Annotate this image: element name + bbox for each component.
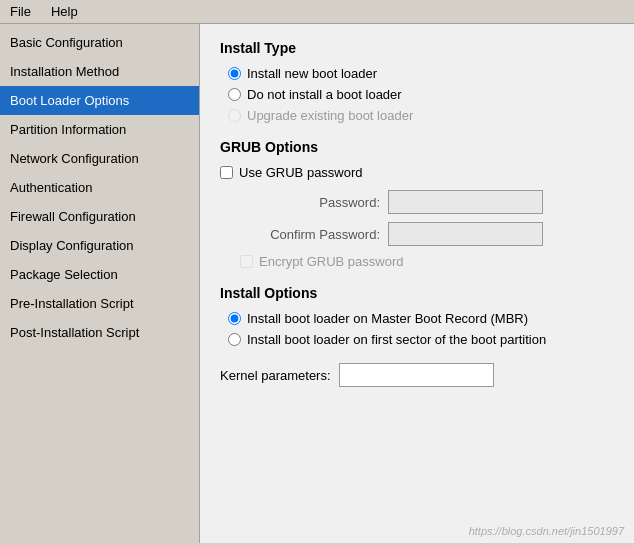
radio-first-sector-input[interactable] [228, 333, 241, 346]
sidebar-item-basic-configuration[interactable]: Basic Configuration [0, 28, 199, 57]
use-grub-password-checkbox[interactable] [220, 166, 233, 179]
watermark: https://blog.csdn.net/jin1501997 [469, 525, 624, 537]
grub-options-section: GRUB Options Use GRUB password Password:… [220, 139, 614, 269]
sidebar-item-package-selection[interactable]: Package Selection [0, 260, 199, 289]
radio-upgrade-existing-input [228, 109, 241, 122]
encrypt-grub-label: Encrypt GRUB password [259, 254, 404, 269]
sidebar-item-boot-loader-options[interactable]: Boot Loader Options [0, 86, 199, 115]
sidebar-item-authentication[interactable]: Authentication [0, 173, 199, 202]
use-grub-password-label: Use GRUB password [239, 165, 363, 180]
radio-upgrade-existing-label: Upgrade existing boot loader [247, 108, 413, 123]
sidebar-item-firewall-configuration[interactable]: Firewall Configuration [0, 202, 199, 231]
install-location-radio-group: Install boot loader on Master Boot Recor… [228, 311, 614, 347]
install-type-title: Install Type [220, 40, 614, 56]
encrypt-grub-row: Encrypt GRUB password [240, 254, 614, 269]
kernel-parameters-label: Kernel parameters: [220, 368, 331, 383]
install-options-title: Install Options [220, 285, 614, 301]
sidebar-item-partition-information[interactable]: Partition Information [0, 115, 199, 144]
password-input[interactable] [388, 190, 543, 214]
password-row: Password: [240, 190, 614, 214]
radio-mbr-label: Install boot loader on Master Boot Recor… [247, 311, 528, 326]
kernel-parameters-row: Kernel parameters: [220, 363, 614, 387]
radio-mbr-input[interactable] [228, 312, 241, 325]
radio-install-new-label: Install new boot loader [247, 66, 377, 81]
use-grub-password-row: Use GRUB password [220, 165, 614, 180]
radio-install-new[interactable]: Install new boot loader [228, 66, 614, 81]
menubar: File Help [0, 0, 634, 24]
radio-install-new-input[interactable] [228, 67, 241, 80]
radio-do-not-install-input[interactable] [228, 88, 241, 101]
main-container: Basic Configuration Installation Method … [0, 24, 634, 543]
radio-do-not-install-label: Do not install a boot loader [247, 87, 402, 102]
grub-options-title: GRUB Options [220, 139, 614, 155]
install-type-radio-group: Install new boot loader Do not install a… [228, 66, 614, 123]
sidebar-item-display-configuration[interactable]: Display Configuration [0, 231, 199, 260]
radio-do-not-install[interactable]: Do not install a boot loader [228, 87, 614, 102]
radio-first-sector-label: Install boot loader on first sector of t… [247, 332, 546, 347]
encrypt-grub-checkbox [240, 255, 253, 268]
menu-help[interactable]: Help [45, 2, 84, 21]
sidebar-item-post-installation-script[interactable]: Post-Installation Script [0, 318, 199, 347]
radio-mbr[interactable]: Install boot loader on Master Boot Recor… [228, 311, 614, 326]
sidebar-item-installation-method[interactable]: Installation Method [0, 57, 199, 86]
radio-upgrade-existing[interactable]: Upgrade existing boot loader [228, 108, 614, 123]
install-options-section: Install Options Install boot loader on M… [220, 285, 614, 347]
sidebar: Basic Configuration Installation Method … [0, 24, 200, 543]
sidebar-item-pre-installation-script[interactable]: Pre-Installation Script [0, 289, 199, 318]
confirm-password-input[interactable] [388, 222, 543, 246]
password-label: Password: [240, 195, 380, 210]
menu-file[interactable]: File [4, 2, 37, 21]
confirm-password-row: Confirm Password: [240, 222, 614, 246]
sidebar-item-network-configuration[interactable]: Network Configuration [0, 144, 199, 173]
content-panel: Install Type Install new boot loader Do … [200, 24, 634, 543]
confirm-password-label: Confirm Password: [240, 227, 380, 242]
radio-first-sector[interactable]: Install boot loader on first sector of t… [228, 332, 614, 347]
kernel-parameters-input[interactable] [339, 363, 494, 387]
